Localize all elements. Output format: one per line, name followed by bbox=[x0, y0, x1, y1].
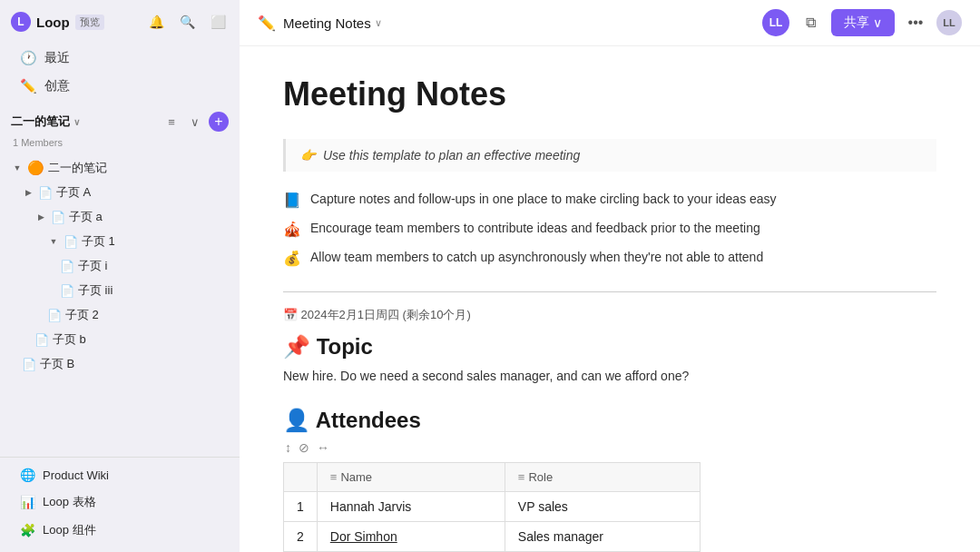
creative-icon: ✏️ bbox=[20, 78, 37, 94]
expand-icon[interactable]: ↔ bbox=[317, 440, 329, 455]
feature-item-2: 🎪 Encourage team members to contribute i… bbox=[283, 215, 936, 244]
globe-icon: 🌐 bbox=[20, 468, 35, 482]
tree-item-page-1[interactable]: ▼ 📄 子页 1 ••• bbox=[4, 230, 236, 253]
sidebar-header-icons: 🔔 🔍 ⬜ bbox=[145, 11, 229, 33]
doc-content: Meeting Notes 👉 Use this template to pla… bbox=[240, 46, 980, 552]
sort-icon[interactable]: ≡ bbox=[162, 112, 181, 132]
tree-label: 子页 B bbox=[40, 356, 229, 372]
more-button[interactable]: ••• bbox=[902, 9, 929, 36]
sidebar: L Loop 预览 🔔 🔍 ⬜ 🕐 最近 ✏️ 创意 二一的笔记 ∨ ≡ ∨ bbox=[0, 0, 240, 552]
template-banner: 👉 Use this template to plan an effective… bbox=[283, 139, 936, 172]
workspace-title: 二一的笔记 ∨ bbox=[11, 113, 80, 130]
tree-label: 子页 1 bbox=[82, 233, 229, 250]
feature-list: 📘 Capture notes and follow-ups in one pl… bbox=[283, 186, 936, 273]
loop-table-label: Loop 表格 bbox=[43, 494, 96, 510]
sidebar-item-product-wiki[interactable]: 🌐 Product Wiki bbox=[5, 462, 234, 488]
role-sort-icon: ≡ bbox=[518, 470, 525, 484]
feature-text-3: Allow team members to catch up asynchron… bbox=[310, 248, 763, 267]
tree-item-page-iii[interactable]: 📄 子页 iii bbox=[4, 279, 236, 302]
page-icon: 📄 bbox=[60, 284, 74, 298]
sidebar-header: L Loop 预览 🔔 🔍 ⬜ bbox=[0, 0, 240, 40]
feature-item-1: 📘 Capture notes and follow-ups in one pl… bbox=[283, 186, 936, 215]
attendee-name-2-text: Dor Simhon bbox=[330, 529, 397, 544]
table-row: 2 Dor Simhon Sales manager bbox=[284, 522, 701, 552]
search-icon[interactable]: 🔍 bbox=[176, 11, 198, 33]
template-hand-icon: 👉 bbox=[300, 148, 316, 163]
topic-heading: 📌 Topic bbox=[283, 334, 936, 360]
sidebar-bottom: 🌐 Product Wiki 📊 Loop 表格 🧩 Loop 组件 bbox=[0, 457, 240, 552]
page-icon: 📄 bbox=[51, 211, 65, 224]
attendee-role-1: VP sales bbox=[505, 492, 700, 522]
table-toolbar: ↕ ⊘ ↔ bbox=[285, 440, 936, 455]
recent-label: 最近 bbox=[44, 50, 70, 66]
sort-rows-icon[interactable]: ↕ bbox=[285, 440, 291, 455]
sidebar-item-recent[interactable]: 🕐 最近 bbox=[5, 44, 234, 72]
name-column-header: ≡ Name bbox=[317, 463, 505, 492]
tree-item-page-2[interactable]: 📄 子页 2 bbox=[4, 303, 236, 327]
feature-item-3: 💰 Allow team members to catch up asynchr… bbox=[283, 244, 936, 273]
app-name: Loop bbox=[36, 15, 70, 30]
tree-item-page-B[interactable]: 📄 子页 B bbox=[4, 352, 236, 376]
share-button[interactable]: 共享 ∨ bbox=[831, 9, 895, 36]
filter-icon[interactable]: ⊘ bbox=[299, 440, 309, 455]
section-divider bbox=[283, 291, 936, 292]
title-chevron-icon: ∨ bbox=[375, 17, 382, 29]
notification-icon[interactable]: 🔔 bbox=[145, 11, 167, 33]
copy-icon[interactable]: ⧉ bbox=[797, 9, 824, 36]
layout-icon[interactable]: ⬜ bbox=[207, 11, 229, 33]
share-chevron-icon: ∨ bbox=[873, 15, 882, 30]
user-avatar: LL bbox=[762, 9, 789, 36]
toolbar-right: LL ⧉ 共享 ∨ ••• LL bbox=[762, 9, 962, 36]
attendee-role-2: Sales manager bbox=[505, 522, 700, 552]
arrow-icon: ▶ bbox=[22, 186, 34, 199]
tree-item-page-A[interactable]: ▶ 📄 子页 A bbox=[4, 181, 236, 204]
tree-label: 子页 iii bbox=[78, 282, 229, 299]
feature-text-2: Encourage team members to contribute ide… bbox=[310, 219, 760, 238]
product-wiki-label: Product Wiki bbox=[43, 468, 109, 482]
sidebar-item-loop-component[interactable]: 🧩 Loop 组件 bbox=[5, 517, 234, 544]
doc-title-toolbar: Meeting Notes ∨ bbox=[283, 15, 382, 31]
attendees-table: ≡ Name ≡ Role 1 bbox=[283, 462, 701, 552]
tree-label: 子页 b bbox=[53, 331, 229, 348]
workspace-chevron-icon[interactable]: ∨ bbox=[185, 112, 205, 132]
add-page-button[interactable]: + bbox=[209, 112, 229, 132]
preview-badge: 预览 bbox=[75, 15, 104, 30]
share-label: 共享 bbox=[844, 15, 869, 31]
tree-item-page-i[interactable]: 📄 子页 i bbox=[4, 254, 236, 278]
row-num-header bbox=[284, 463, 318, 492]
feature-icon-1: 📘 bbox=[283, 190, 301, 212]
row-number-2: 2 bbox=[284, 522, 318, 552]
creative-label: 创意 bbox=[44, 78, 70, 94]
attendees-section: 👤 Attendees ↕ ⊘ ↔ ≡ Name bbox=[283, 408, 936, 552]
tree-label: 二一的笔记 bbox=[48, 160, 229, 176]
loop-component-label: Loop 组件 bbox=[43, 522, 96, 538]
arrow-icon: ▶ bbox=[34, 211, 47, 223]
doc-toolbar-icon: ✏️ bbox=[258, 15, 276, 32]
document-title: Meeting Notes bbox=[283, 75, 936, 113]
sidebar-item-loop-table[interactable]: 📊 Loop 表格 bbox=[5, 488, 234, 516]
workspace-actions: ≡ ∨ + bbox=[162, 112, 229, 132]
recent-icon: 🕐 bbox=[20, 50, 37, 66]
main-toolbar: ✏️ Meeting Notes ∨ LL ⧉ 共享 ∨ ••• LL bbox=[240, 0, 980, 46]
tree-item-page-b[interactable]: 📄 子页 b bbox=[4, 328, 236, 351]
tree-label: 子页 i bbox=[78, 258, 229, 274]
page-icon: 📄 bbox=[22, 358, 36, 371]
app-logo-icon: L bbox=[11, 12, 31, 32]
topic-text: New hire. Do we need a second sales mana… bbox=[283, 367, 936, 386]
page-icon: 📄 bbox=[47, 309, 62, 322]
date-label: 📅 2024年2月1日周四 (剩余10个月) bbox=[283, 307, 936, 323]
tree-label: 子页 a bbox=[69, 209, 229, 225]
tree-item-page-a[interactable]: ▶ 📄 子页 a bbox=[4, 205, 236, 229]
feature-icon-3: 💰 bbox=[283, 248, 301, 270]
workspace-header: 二一的笔记 ∨ ≡ ∨ + bbox=[11, 112, 229, 132]
members-label: 1 Members bbox=[0, 137, 240, 152]
arrow-icon: ▼ bbox=[11, 162, 24, 174]
sidebar-nav: 🕐 最近 ✏️ 创意 bbox=[0, 40, 240, 104]
tree-label: 子页 A bbox=[56, 184, 229, 201]
attendee-name-2: Dor Simhon bbox=[317, 522, 505, 552]
feature-text-1: Capture notes and follow-ups in one plac… bbox=[310, 190, 777, 209]
workspace-section: 二一的笔记 ∨ ≡ ∨ + bbox=[0, 104, 240, 137]
tree-item-workspace[interactable]: ▼ 🟠 二一的笔记 bbox=[4, 156, 236, 180]
sidebar-item-creative[interactable]: ✏️ 创意 bbox=[5, 73, 234, 100]
user-avatar-sm: LL bbox=[936, 10, 962, 35]
